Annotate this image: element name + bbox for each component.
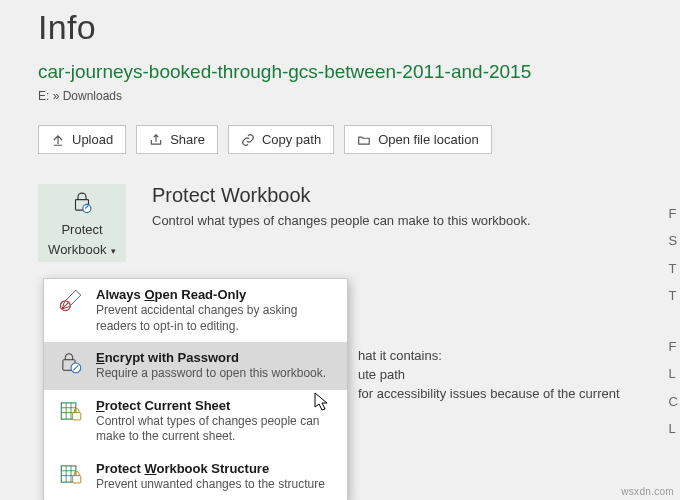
pencil-readonly-icon [58, 287, 84, 313]
menu-item-encrypt-password[interactable]: Encrypt with Password Require a password… [44, 342, 347, 390]
svg-point-1 [83, 204, 91, 212]
share-label: Share [170, 132, 205, 147]
properties-panel-edge: F S T T F L C L [669, 200, 678, 442]
watermark: wsxdn.com [621, 486, 674, 497]
bg-text-2: ute path [358, 365, 405, 385]
protect-heading: Protect Workbook [152, 184, 531, 207]
svg-rect-8 [73, 476, 81, 483]
open-file-location-button[interactable]: Open file location [344, 125, 491, 154]
copy-path-label: Copy path [262, 132, 321, 147]
page-title: Info [38, 8, 642, 47]
chevron-down-icon: ▾ [108, 246, 116, 256]
protect-workbook-section: Protect Workbook ▾ Protect Workbook Cont… [38, 184, 642, 262]
menu-item-title: Protect Workbook Structure [96, 461, 339, 476]
menu-item-desc: Prevent accidental changes by asking rea… [96, 303, 339, 334]
upload-icon [51, 133, 65, 147]
menu-item-title: Encrypt with Password [96, 350, 339, 365]
share-icon [149, 133, 163, 147]
structure-lock-icon [58, 461, 84, 487]
lock-key-icon [58, 350, 84, 376]
svg-rect-6 [73, 412, 81, 419]
menu-item-protect-structure[interactable]: Protect Workbook Structure Prevent unwan… [44, 453, 347, 500]
upload-button[interactable]: Upload [38, 125, 126, 154]
link-icon [241, 133, 255, 147]
open-loc-label: Open file location [378, 132, 478, 147]
folder-open-icon [357, 133, 371, 147]
bg-text-1: hat it contains: [358, 346, 442, 366]
protect-workbook-menu: Always Open Read-Only Prevent accidental… [43, 278, 348, 500]
protect-btn-line2: Workbook [48, 242, 106, 257]
lock-icon [68, 189, 96, 219]
menu-item-desc: Require a password to open this workbook… [96, 366, 339, 382]
menu-item-read-only[interactable]: Always Open Read-Only Prevent accidental… [44, 279, 347, 342]
menu-item-desc: Control what types of changes people can… [96, 414, 339, 445]
breadcrumb-path: E: » Downloads [38, 89, 642, 103]
copy-path-button[interactable]: Copy path [228, 125, 334, 154]
bg-text-3: for accessibility issues because of the … [358, 384, 620, 404]
protect-btn-line1: Protect [61, 222, 102, 238]
sheet-lock-icon [58, 398, 84, 424]
upload-label: Upload [72, 132, 113, 147]
toolbar: Upload Share Copy path Open file locatio… [38, 125, 642, 154]
menu-item-title: Always Open Read-Only [96, 287, 339, 302]
share-button[interactable]: Share [136, 125, 218, 154]
file-name: car-journeys-booked-through-gcs-between-… [38, 61, 642, 83]
protect-desc: Control what types of changes people can… [152, 213, 531, 228]
menu-item-protect-sheet[interactable]: Protect Current Sheet Control what types… [44, 390, 347, 453]
menu-item-title: Protect Current Sheet [96, 398, 339, 413]
menu-item-desc: Prevent unwanted changes to the structur… [96, 477, 339, 493]
protect-workbook-button[interactable]: Protect Workbook ▾ [38, 184, 126, 262]
